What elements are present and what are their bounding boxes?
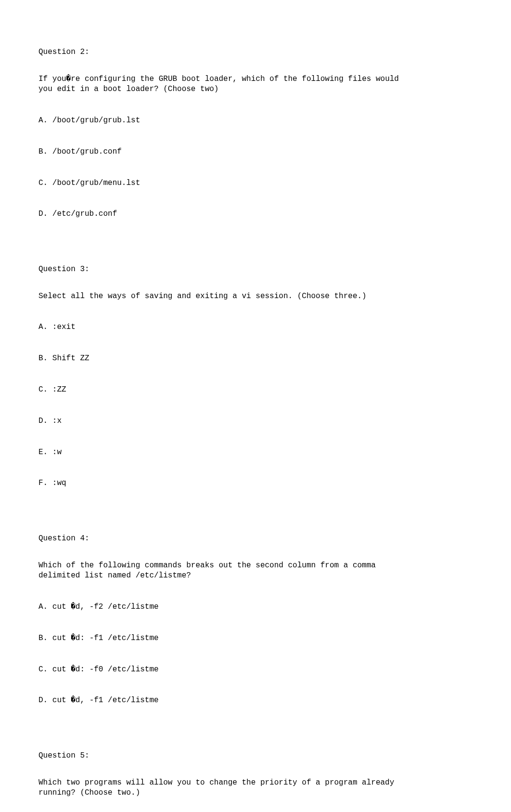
question-2-text: If you�re configuring the GRUB boot load… [38, 74, 473, 95]
question-2-options: A. /boot/grub/grub.lst B. /boot/grub.con… [38, 95, 473, 240]
question-5-options: A. twice B. chnice C. top D. nice E. ren… [38, 799, 473, 812]
question-3-option-c: C. :ZZ [38, 385, 473, 395]
question-4-block: Question 4: Which of the following comma… [38, 534, 473, 727]
question-3-option-d: D. :x [38, 416, 473, 427]
question-3-option-e: E. :w [38, 447, 473, 458]
question-4-text: Which of the following commands breaks o… [38, 561, 473, 581]
question-2-option-a: A. /boot/grub/grub.lst [38, 116, 473, 126]
question-4-options: A. cut �d, -f2 /etc/listme B. cut �d: -f… [38, 581, 473, 727]
question-4-header: Question 4: [38, 534, 473, 544]
question-3-header: Question 3: [38, 264, 473, 275]
question-2-option-b: B. /boot/grub.conf [38, 147, 473, 157]
question-4-option-a: A. cut �d, -f2 /etc/listme [38, 602, 473, 613]
question-3-text: Select all the ways of saving and exitin… [38, 291, 473, 302]
question-5-block: Question 5: Which two programs will allo… [38, 751, 473, 812]
question-5-header: Question 5: [38, 751, 473, 761]
question-4-option-d: D. cut �d, -f1 /etc/listme [38, 695, 473, 706]
question-3-block: Question 3: Select all the ways of savin… [38, 264, 473, 510]
question-4-option-c: C. cut �d: -f0 /etc/listme [38, 665, 473, 675]
question-2-block: Question 2: If you�re configuring the GR… [38, 47, 473, 240]
question-3-option-b: B. Shift ZZ [38, 354, 473, 364]
question-2-header: Question 2: [38, 47, 473, 58]
question-5-text: Which two programs will allow you to cha… [38, 778, 473, 799]
question-2-option-c: C. /boot/grub/menu.lst [38, 178, 473, 189]
question-3-options: A. :exit B. Shift ZZ C. :ZZ D. :x E. :w … [38, 301, 473, 510]
question-3-option-a: A. :exit [38, 322, 473, 333]
question-3-option-f: F. :wq [38, 478, 473, 489]
question-2-option-d: D. /etc/grub.conf [38, 209, 473, 220]
question-4-option-b: B. cut �d: -f1 /etc/listme [38, 633, 473, 644]
